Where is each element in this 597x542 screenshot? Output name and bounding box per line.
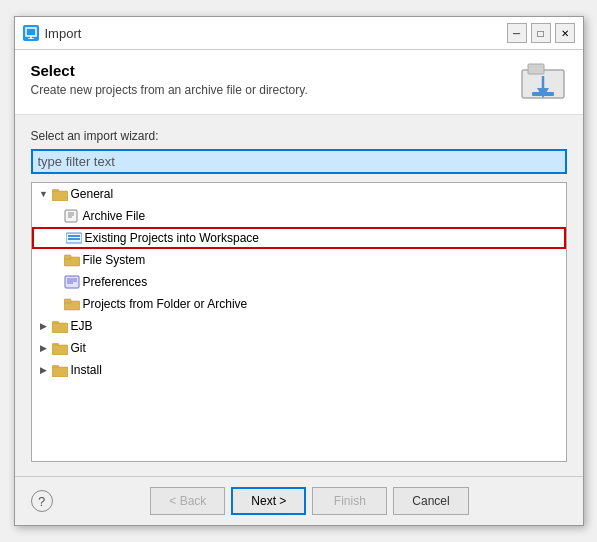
header-text: Select Create new projects from an archi… <box>31 62 308 97</box>
icon-file-system <box>64 253 80 267</box>
back-button[interactable]: < Back <box>150 487 225 515</box>
svg-rect-16 <box>68 235 80 237</box>
minimize-button[interactable]: ─ <box>507 23 527 43</box>
folder-icon-general <box>52 187 68 201</box>
title-bar: Import ─ □ ✕ <box>15 17 583 50</box>
svg-rect-17 <box>68 238 80 240</box>
filter-input[interactable] <box>31 149 567 174</box>
tree-container[interactable]: ▼ General Archive File <box>31 182 567 462</box>
page-description: Create new projects from an archive file… <box>31 83 308 97</box>
label-install: Install <box>71 363 102 377</box>
label-projects-from-folder: Projects from Folder or Archive <box>83 297 248 311</box>
tree-item-install[interactable]: ▶ Install <box>32 359 566 381</box>
icon-archive-file <box>64 209 80 223</box>
label-general: General <box>71 187 114 201</box>
tree-item-general[interactable]: ▼ General <box>32 183 566 205</box>
tree-item-projects-from-folder[interactable]: Projects from Folder or Archive <box>32 293 566 315</box>
svg-rect-11 <box>65 210 77 222</box>
svg-rect-25 <box>64 299 71 303</box>
svg-rect-20 <box>65 276 79 288</box>
help-button[interactable]: ? <box>31 490 53 512</box>
folder-icon-ejb <box>52 319 68 333</box>
arrow-install: ▶ <box>36 362 52 378</box>
arrow-git: ▶ <box>36 340 52 356</box>
tree-item-preferences[interactable]: Preferences <box>32 271 566 293</box>
svg-rect-0 <box>26 28 36 36</box>
icon-preferences <box>64 275 80 289</box>
label-preferences: Preferences <box>83 275 148 289</box>
folder-icon-install <box>52 363 68 377</box>
restore-button[interactable]: □ <box>531 23 551 43</box>
footer-buttons: < Back Next > Finish Cancel <box>53 487 567 515</box>
svg-rect-19 <box>64 255 71 259</box>
arrow-ejb: ▶ <box>36 318 52 334</box>
wizard-label: Select an import wizard: <box>31 129 567 143</box>
content-area: Select an import wizard: ▼ General <box>15 115 583 476</box>
folder-icon-git <box>52 341 68 355</box>
svg-rect-4 <box>528 64 544 74</box>
tree-item-archive-file[interactable]: Archive File <box>32 205 566 227</box>
import-dialog: Import ─ □ ✕ Select Create new projects … <box>14 16 584 526</box>
header-section: Select Create new projects from an archi… <box>15 50 583 115</box>
page-title: Select <box>31 62 308 79</box>
tree-item-ejb[interactable]: ▶ EJB <box>32 315 566 337</box>
window-controls: ─ □ ✕ <box>507 23 575 43</box>
label-ejb: EJB <box>71 319 93 333</box>
label-archive-file: Archive File <box>83 209 146 223</box>
cancel-button[interactable]: Cancel <box>393 487 468 515</box>
icon-existing-projects <box>66 231 82 245</box>
finish-button[interactable]: Finish <box>312 487 387 515</box>
label-existing-projects: Existing Projects into Workspace <box>85 231 260 245</box>
window-title: Import <box>45 26 82 41</box>
tree-item-git[interactable]: ▶ Git <box>32 337 566 359</box>
tree-item-existing-projects[interactable]: Existing Projects into Workspace <box>32 227 566 249</box>
close-button[interactable]: ✕ <box>555 23 575 43</box>
arrow-general: ▼ <box>36 186 52 202</box>
next-button[interactable]: Next > <box>231 487 306 515</box>
svg-rect-7 <box>532 92 554 96</box>
tree-item-file-system[interactable]: File System <box>32 249 566 271</box>
label-git: Git <box>71 341 86 355</box>
app-icon <box>23 25 39 41</box>
footer-section: ? < Back Next > Finish Cancel <box>15 476 583 525</box>
label-file-system: File System <box>83 253 146 267</box>
header-icon <box>519 62 567 102</box>
icon-projects-folder <box>64 297 80 311</box>
